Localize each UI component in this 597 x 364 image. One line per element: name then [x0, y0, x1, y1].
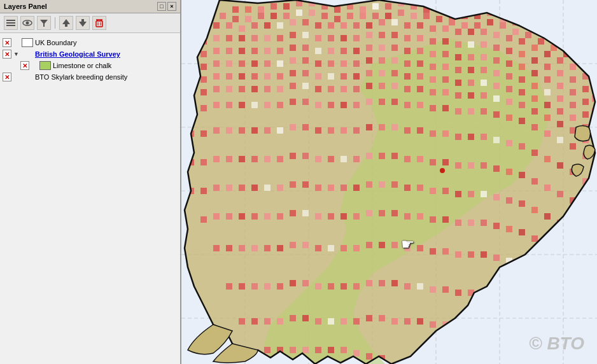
svg-rect-139	[455, 41, 461, 48]
svg-rect-166	[379, 45, 385, 51]
svg-rect-130	[341, 35, 347, 41]
svg-rect-156	[251, 48, 258, 54]
svg-rect-308	[506, 115, 512, 121]
layers-panel: Layers Panel □ ×	[0, 0, 181, 364]
svg-rect-149	[582, 86, 589, 92]
svg-rect-402	[455, 191, 461, 197]
svg-rect-512	[302, 347, 309, 353]
svg-rect-182	[582, 99, 589, 105]
svg-rect-171	[442, 51, 449, 57]
svg-rect-99	[366, 22, 372, 29]
remove-icon[interactable]	[92, 16, 106, 30]
layer-check-bto-skylark[interactable]: ✕	[3, 73, 11, 81]
close-button[interactable]: ×	[167, 2, 176, 11]
svg-rect-148	[570, 76, 576, 83]
svg-rect-100	[379, 19, 385, 25]
svg-rect-112	[531, 45, 538, 51]
svg-rect-143	[506, 48, 512, 54]
svg-rect-192	[290, 57, 296, 64]
svg-rect-414	[226, 213, 232, 220]
svg-rect-396	[379, 181, 385, 188]
svg-rect-517	[366, 353, 372, 360]
svg-rect-406	[506, 197, 512, 204]
svg-rect-215	[582, 111, 589, 118]
svg-rect-207	[481, 67, 487, 73]
svg-rect-382	[200, 188, 207, 194]
svg-rect-214	[570, 102, 576, 108]
svg-rect-245	[544, 102, 551, 108]
layer-label-limestone[interactable]: Limestone or chalk	[53, 62, 111, 69]
svg-rect-187	[226, 60, 232, 67]
svg-rect-454	[379, 242, 385, 248]
svg-rect-135	[404, 35, 411, 41]
svg-marker-6	[62, 19, 70, 24]
move-down-icon[interactable]	[76, 16, 90, 30]
move-up-icon[interactable]	[59, 16, 73, 30]
svg-rect-504	[391, 318, 398, 325]
svg-rect-336	[455, 134, 461, 140]
svg-rect-494	[264, 318, 270, 325]
svg-rect-73	[436, 16, 442, 22]
restore-button[interactable]: □	[157, 2, 166, 11]
layer-label-uk-boundary[interactable]: UK Boundary	[35, 39, 76, 46]
svg-rect-376	[544, 185, 551, 191]
svg-rect-258	[290, 83, 296, 89]
svg-rect-286	[226, 102, 232, 108]
svg-rect-292	[302, 99, 309, 105]
svg-rect-302	[430, 105, 436, 111]
svg-rect-256	[264, 86, 270, 92]
svg-rect-274	[493, 95, 500, 102]
layer-expand-british-geological[interactable]: ▼	[13, 51, 20, 57]
svg-rect-189	[251, 60, 258, 67]
svg-rect-204	[442, 64, 449, 70]
svg-rect-194	[315, 60, 321, 67]
svg-rect-334	[430, 130, 436, 137]
svg-rect-484	[417, 283, 423, 290]
svg-rect-40	[385, 3, 391, 10]
layer-check-limestone[interactable]: ✕	[20, 61, 29, 70]
svg-rect-81	[538, 38, 544, 45]
svg-rect-178	[531, 70, 538, 76]
svg-rect-366	[417, 156, 423, 162]
svg-rect-412	[200, 216, 207, 223]
svg-rect-513	[315, 347, 321, 353]
svg-rect-56	[220, 13, 226, 19]
layer-expand-limestone	[31, 62, 38, 69]
svg-marker-8	[79, 22, 87, 27]
svg-rect-326	[328, 127, 334, 134]
svg-rect-289	[264, 102, 270, 108]
svg-rect-452	[353, 245, 360, 251]
eye-icon[interactable]	[20, 16, 34, 30]
svg-rect-404	[481, 191, 487, 197]
svg-rect-395	[366, 181, 372, 188]
svg-rect-360	[341, 156, 347, 162]
svg-rect-324	[302, 124, 309, 130]
svg-rect-458	[430, 248, 436, 255]
svg-rect-409	[544, 213, 551, 220]
add-layer-icon[interactable]	[4, 16, 18, 30]
svg-rect-371	[481, 162, 487, 169]
svg-rect-397	[391, 181, 398, 188]
layer-check-uk-boundary[interactable]: ✕	[3, 38, 11, 47]
layer-label-british-geological[interactable]: British Geological Survey	[35, 50, 120, 58]
filter-icon[interactable]	[37, 16, 51, 30]
svg-rect-482	[391, 280, 398, 286]
svg-rect-110	[506, 35, 512, 41]
svg-rect-322	[277, 127, 283, 134]
layer-check-british-geological[interactable]: ✕	[3, 50, 11, 59]
svg-rect-427	[391, 210, 398, 216]
svg-rect-196	[341, 60, 347, 67]
svg-rect-28	[232, 6, 239, 13]
svg-rect-325	[315, 127, 321, 134]
svg-rect-240	[481, 80, 487, 86]
svg-rect-450	[328, 245, 334, 251]
svg-rect-420	[302, 210, 309, 216]
svg-rect-294	[328, 102, 334, 108]
svg-rect-386	[251, 185, 258, 191]
svg-rect-72	[423, 13, 430, 19]
svg-rect-152	[200, 51, 207, 57]
svg-rect-98	[353, 22, 360, 29]
map-area[interactable]: © BTO ☛	[181, 0, 597, 364]
svg-rect-134	[391, 32, 398, 38]
layer-label-bto-skylark[interactable]: BTO Skylark breeding density	[35, 73, 127, 81]
